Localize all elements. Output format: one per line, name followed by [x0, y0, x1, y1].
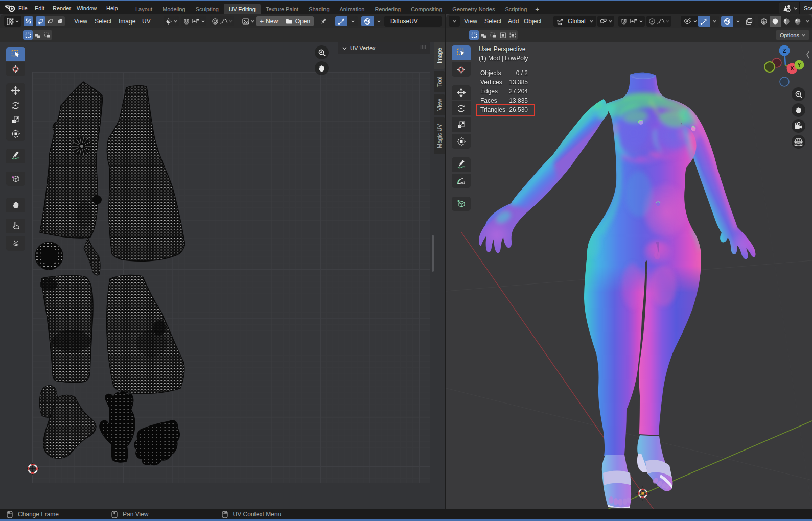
svg-text:Y: Y [797, 62, 801, 68]
svg-text:Z: Z [783, 48, 786, 54]
svg-text:X: X [790, 65, 794, 72]
